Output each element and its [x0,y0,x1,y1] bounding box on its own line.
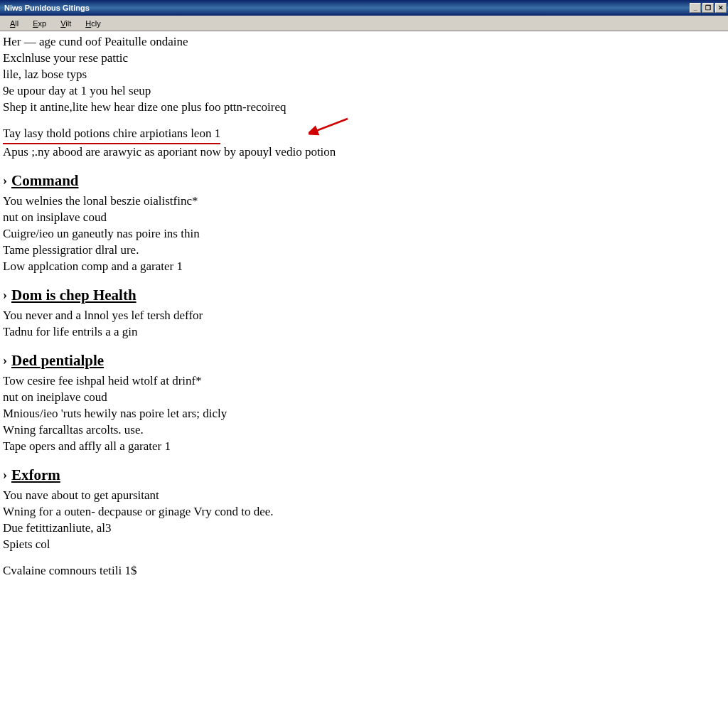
section-line: Tape opers and affly all a garater 1 [3,439,728,455]
minimize-button[interactable]: _ [690,3,701,13]
intro-block: Her — age cund oof Peaitulle ondaine Exc… [3,34,728,116]
document-body: Her — age cund oof Peaitulle ondaine Exc… [0,31,728,579]
intro-line: Exclnluse your rese pattic [3,50,728,67]
intro-line: 9e upour day at 1 you hel seup [3,83,728,100]
chevron-right-icon: › [3,466,7,483]
window-titlebar: Niws Punidous Gitings _ ❐ ✕ [0,0,728,16]
trailing-line: Cvalaine comnours tetili 1$ [3,563,728,579]
section-line: Wning farcalltas arcolts. use. [3,422,728,439]
highlight-block: Tay lasy thold potions chire arpiotians … [3,126,728,161]
section-line: Due fetittizanliute, al3 [3,520,728,537]
section-heading-row[interactable]: › Ded pentialple [3,350,728,370]
section-line: You nave about to get apursitant [3,488,728,504]
menu-hcly[interactable]: Hcly [80,18,106,29]
section-heading-row[interactable]: › Command [3,171,728,191]
chevron-right-icon: › [3,172,7,189]
window-controls: _ ❐ ✕ [690,3,727,13]
menu-bar: All Exp Vilt Hcly [0,16,728,31]
section-heading: Command [11,171,79,191]
section-heading: Ded pentialple [11,350,104,370]
section-line: nut on ineiplave coud [3,390,728,406]
section-line: Cuigre/ieo un ganeutly nas poire ins thi… [3,226,728,242]
window-title: Niws Punidous Gitings [4,4,90,12]
highlighted-line: Tay lasy thold potions chire arpiotians … [3,126,728,144]
intro-line: lile, laz bose typs [3,67,728,83]
intro-line: Her — age cund oof Peaitulle ondaine [3,34,728,50]
section-line: You never and a lnnol yes lef tersh deff… [3,308,728,324]
section-line: Spiets col [3,537,728,553]
section-line: You welnies the lonal beszie oialistfinc… [3,193,728,210]
highlight-after-line: Apus ;.ny abood are arawyic as aporiant … [3,144,728,161]
section-line: Tame plessigratior dlral ure. [3,242,728,259]
section-line: Mnious/ieo 'ruts hewily nas poire let ar… [3,406,728,422]
section-heading-row[interactable]: › Exform [3,465,728,485]
section-line: Tadnu for life entrils a a gin [3,324,728,341]
chevron-right-icon: › [3,287,7,304]
section-heading-row[interactable]: › Dom is chep Health [3,285,728,305]
section-line: Wning for a outen- decpause or ginage Vr… [3,504,728,520]
close-button[interactable]: ✕ [715,3,727,13]
section-line: nut on insiplave coud [3,210,728,226]
section-line: Low applcation comp and a garater 1 [3,259,728,275]
section-heading: Exform [11,465,60,485]
maximize-button[interactable]: ❐ [702,3,714,13]
section-heading: Dom is chep Health [11,285,136,305]
menu-vilt[interactable]: Vilt [55,18,77,29]
section-exform: › Exform You nave about to get apursitan… [3,465,728,579]
section-pentialple: › Ded pentialple Tow cesire fee ishpal h… [3,350,728,455]
chevron-right-icon: › [3,352,7,369]
menu-all[interactable]: All [4,18,24,29]
section-line: Tow cesire fee ishpal heid wtolf at drin… [3,373,728,390]
section-command: › Command You welnies the lonal beszie o… [3,171,728,275]
section-health: › Dom is chep Health You never and a lnn… [3,285,728,341]
intro-line: Shep it antine,lite hew hear dize one pl… [3,100,728,116]
menu-exp[interactable]: Exp [27,18,52,29]
